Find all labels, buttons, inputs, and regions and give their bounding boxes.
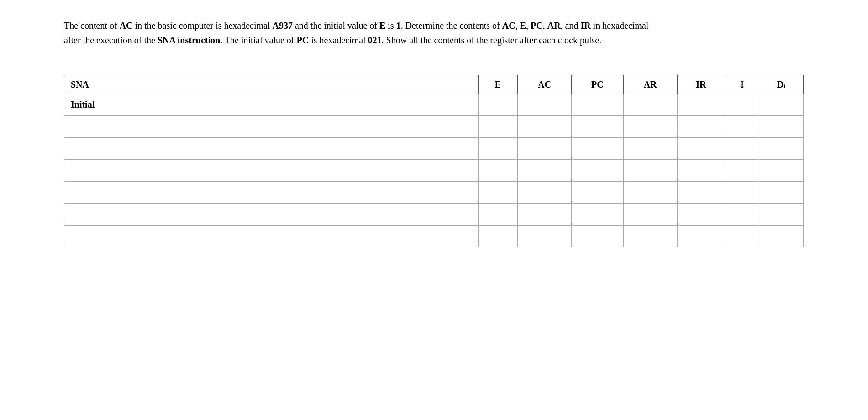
col-header-ac: AC: [517, 75, 571, 94]
cell-ac-6: [517, 226, 571, 247]
cell-di-4: [759, 182, 804, 204]
cell-di-1: [759, 116, 804, 138]
cell-e-1: [478, 116, 517, 138]
cell-ac-5: [517, 204, 571, 226]
cell-ar-5: [623, 204, 677, 226]
cell-i-4: [725, 182, 759, 204]
cell-ar-6: [623, 226, 677, 247]
cell-ar-4: [623, 182, 677, 204]
problem-text: The content of AC in the basic computer …: [64, 18, 658, 47]
row-label-5: [64, 204, 479, 226]
cell-ir-3: [677, 160, 725, 182]
cell-ac-3: [517, 160, 571, 182]
cell-i-0: [725, 94, 759, 116]
col-header-ar: AR: [623, 75, 677, 94]
cell-ir-6: [677, 226, 725, 247]
row-label-2: [64, 138, 479, 160]
cell-e-2: [478, 138, 517, 160]
col-header-e: E: [478, 75, 517, 94]
initial-label: Initial: [64, 94, 479, 116]
row-label-1: [64, 116, 479, 138]
cell-ac-4: [517, 182, 571, 204]
cell-e-3: [478, 160, 517, 182]
row-label-4: [64, 182, 479, 204]
cell-pc-4: [572, 182, 624, 204]
cell-i-6: [725, 226, 759, 247]
col-header-ir: IR: [677, 75, 725, 94]
cell-ar-0: [623, 94, 677, 116]
cell-di-6: [759, 226, 804, 247]
cell-di-2: [759, 138, 804, 160]
cell-di-5: [759, 204, 804, 226]
cell-i-1: [725, 116, 759, 138]
cell-ac-1: [517, 116, 571, 138]
row-label-3: [64, 160, 479, 182]
register-table: SNA E AC PC AR IR I Dᵢ Initial: [64, 75, 804, 247]
cell-di-0: [759, 94, 804, 116]
cell-e-4: [478, 182, 517, 204]
col-header-i: I: [725, 75, 759, 94]
cell-pc-2: [572, 138, 624, 160]
cell-pc-6: [572, 226, 624, 247]
cell-ir-0: [677, 94, 725, 116]
cell-ar-3: [623, 160, 677, 182]
cell-ir-1: [677, 116, 725, 138]
col-header-sna: SNA: [64, 75, 479, 94]
cell-pc-3: [572, 160, 624, 182]
cell-e-0: [478, 94, 517, 116]
cell-i-3: [725, 160, 759, 182]
cell-ir-4: [677, 182, 725, 204]
row-label-6: [64, 226, 479, 247]
cell-i-5: [725, 204, 759, 226]
cell-di-3: [759, 160, 804, 182]
cell-ir-5: [677, 204, 725, 226]
cell-e-5: [478, 204, 517, 226]
cell-ac-2: [517, 138, 571, 160]
cell-pc-1: [572, 116, 624, 138]
cell-ir-2: [677, 138, 725, 160]
cell-ac-0: [517, 94, 571, 116]
cell-i-2: [725, 138, 759, 160]
cell-pc-5: [572, 204, 624, 226]
cell-e-6: [478, 226, 517, 247]
table-container: SNA E AC PC AR IR I Dᵢ Initial: [64, 75, 804, 247]
cell-pc-0: [572, 94, 624, 116]
cell-ar-1: [623, 116, 677, 138]
col-header-di: Dᵢ: [759, 75, 804, 94]
cell-ar-2: [623, 138, 677, 160]
col-header-pc: PC: [572, 75, 624, 94]
